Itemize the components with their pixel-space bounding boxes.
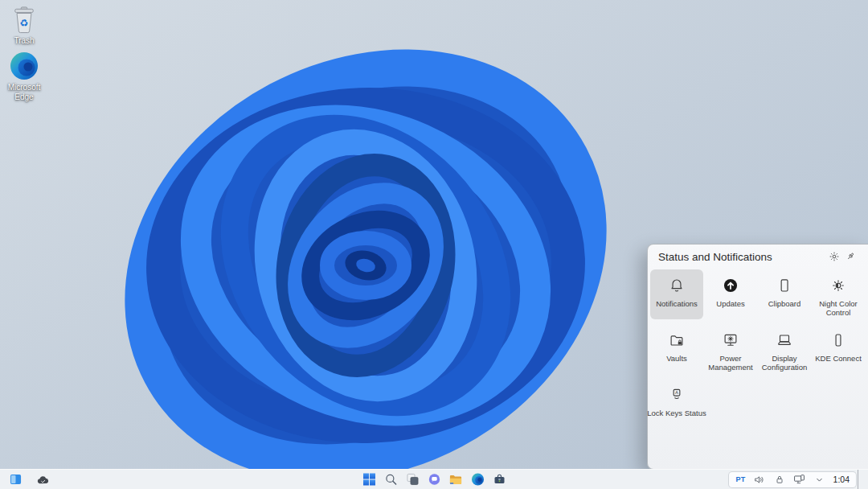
key-a-icon: A bbox=[667, 385, 686, 405]
system-tray[interactable]: PT bbox=[728, 471, 857, 488]
recycle-bin-icon: ♻ bbox=[11, 6, 37, 34]
kde-connect-tray-button[interactable] bbox=[793, 473, 806, 486]
tile-label: Updates bbox=[716, 299, 744, 308]
tile-label: Clipboard bbox=[768, 299, 801, 308]
panel-tile-power-management[interactable]: Power Management bbox=[704, 324, 757, 374]
panel-tile-vaults[interactable]: Vaults bbox=[650, 324, 703, 374]
bell-icon bbox=[667, 276, 686, 295]
messages-button[interactable] bbox=[424, 471, 445, 488]
folder-lock-icon bbox=[667, 331, 686, 350]
panel-header: Status and Notifications bbox=[648, 244, 868, 269]
desktop-icon-label: Microsoft Edge bbox=[6, 83, 43, 101]
toolbox-icon bbox=[493, 473, 506, 486]
lock-icon bbox=[775, 475, 784, 485]
taskbar: PT bbox=[0, 469, 868, 489]
tile-label: Display Configuration bbox=[759, 354, 810, 372]
folder-icon bbox=[449, 474, 463, 486]
status-notifications-panel: Status and Notifications bbox=[647, 244, 868, 470]
edge-browser-button[interactable] bbox=[467, 471, 489, 488]
pager-widget-button[interactable] bbox=[5, 471, 27, 488]
start-menu-icon bbox=[362, 473, 375, 486]
taskbar-right-tray: PT bbox=[728, 470, 868, 489]
tile-label: Vaults bbox=[666, 354, 687, 363]
display-connect-icon bbox=[793, 474, 805, 485]
arrow-up-circle-icon bbox=[721, 276, 740, 295]
tile-label: KDE Connect bbox=[815, 354, 862, 363]
lock-keys-tray-button[interactable] bbox=[773, 473, 786, 486]
search-button[interactable] bbox=[380, 471, 402, 488]
pin-icon bbox=[845, 251, 856, 262]
task-view-icon bbox=[406, 473, 419, 486]
cloud-sync-button[interactable] bbox=[31, 471, 53, 488]
pager-icon bbox=[10, 474, 22, 485]
search-icon bbox=[384, 473, 397, 486]
panel-tile-updates[interactable]: Updates bbox=[704, 269, 757, 319]
desktop-icon-edge[interactable]: Microsoft Edge bbox=[6, 51, 43, 101]
panel-tile-notifications[interactable]: Notifications bbox=[650, 269, 703, 319]
gear-icon bbox=[829, 251, 840, 262]
tile-label: Notifications bbox=[656, 299, 698, 308]
panel-tile-display-configuration[interactable]: Display Configuration bbox=[758, 324, 811, 374]
laptop-icon bbox=[775, 331, 794, 350]
volume-button[interactable] bbox=[753, 473, 766, 486]
svg-text:A: A bbox=[675, 390, 678, 395]
panel-tile-night-color[interactable]: Night Color Control bbox=[812, 269, 865, 319]
sun-half-icon bbox=[829, 276, 848, 295]
keyboard-layout-indicator[interactable]: PT bbox=[735, 475, 745, 483]
clipboard-icon bbox=[775, 276, 794, 295]
smartphone-icon bbox=[829, 331, 848, 350]
taskbar-center-launchers bbox=[358, 470, 510, 489]
task-view-button[interactable] bbox=[402, 471, 424, 488]
taskbar-left-widgets bbox=[5, 470, 53, 489]
chat-bubble-icon bbox=[428, 473, 440, 486]
panel-tile-clipboard[interactable]: Clipboard bbox=[758, 269, 811, 319]
pin-button[interactable] bbox=[842, 249, 858, 265]
tile-label: Power Management bbox=[705, 354, 756, 372]
tray-expand-button[interactable] bbox=[813, 473, 826, 486]
tile-label: Night Color Control bbox=[813, 299, 864, 317]
configure-button[interactable] bbox=[826, 249, 842, 265]
start-menu-button[interactable] bbox=[358, 471, 380, 488]
panel-tile-lock-keys-status[interactable]: A Lock Keys Status bbox=[650, 379, 703, 429]
show-desktop-button[interactable] bbox=[858, 470, 868, 489]
clock[interactable]: 1:04 bbox=[833, 475, 850, 484]
volume-icon bbox=[754, 475, 765, 485]
panel-tile-grid: Notifications Updates Clipboard bbox=[650, 269, 866, 433]
svg-text:♻: ♻ bbox=[20, 18, 29, 29]
monitor-brightness-icon bbox=[721, 331, 740, 350]
file-manager-button[interactable] bbox=[445, 471, 467, 488]
edge-browser-icon bbox=[471, 473, 484, 486]
tile-label: Lock Keys Status bbox=[647, 409, 706, 417]
desktop-icon-label: Trash bbox=[14, 36, 34, 46]
panel-title: Status and Notifications bbox=[658, 251, 826, 263]
desktop-icon-trash[interactable]: ♻ Trash bbox=[6, 6, 43, 46]
system-settings-button[interactable] bbox=[489, 471, 510, 488]
edge-browser-icon bbox=[10, 51, 39, 80]
panel-tile-kde-connect[interactable]: KDE Connect bbox=[812, 324, 865, 374]
chevron-down-icon bbox=[815, 475, 824, 484]
desktop: ♻ Trash bbox=[0, 0, 868, 489]
cloud-icon bbox=[36, 475, 49, 485]
